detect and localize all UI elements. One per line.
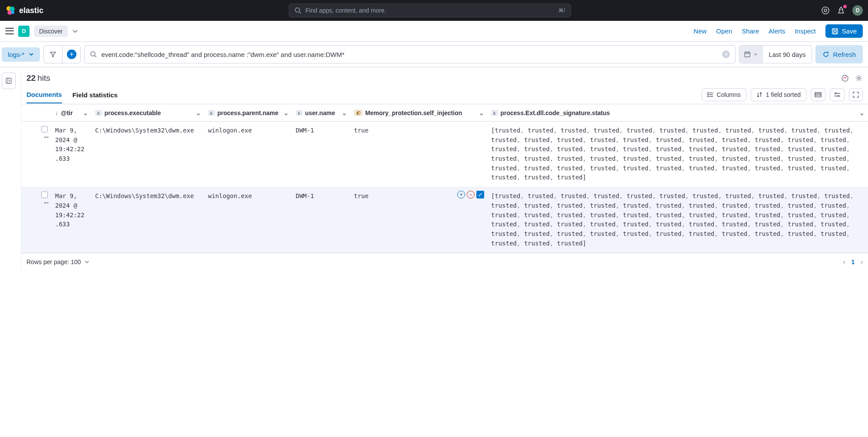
- alerts-link[interactable]: Alerts: [769, 27, 785, 35]
- hits-summary: 22 hits: [21, 67, 868, 86]
- app-name[interactable]: Discover: [34, 26, 68, 37]
- index-pattern-selector[interactable]: logs-*: [2, 47, 40, 62]
- columns-button[interactable]: Columns: [702, 88, 746, 101]
- svg-rect-16: [6, 78, 11, 83]
- app-header: D Discover New Open Share Alerts Inspect…: [0, 21, 868, 42]
- tab-documents[interactable]: Documents: [26, 86, 62, 103]
- columns-label: Columns: [717, 91, 741, 98]
- svg-point-6: [822, 7, 829, 14]
- svg-point-18: [842, 75, 848, 81]
- svg-point-10: [91, 52, 95, 56]
- col-user[interactable]: k user.name ⌄: [292, 109, 350, 116]
- display-options-button[interactable]: [830, 88, 845, 101]
- field-type-badge: k: [296, 110, 303, 116]
- inspect-link[interactable]: Inspect: [795, 27, 815, 35]
- new-link[interactable]: New: [693, 27, 706, 35]
- filter-out-icon[interactable]: −: [467, 191, 475, 199]
- cell-memory: true + − ⤢: [350, 187, 488, 252]
- row-checkbox[interactable]: [37, 122, 52, 187]
- col-user-label: user.name: [305, 109, 335, 116]
- elastic-logo[interactable]: elastic: [5, 5, 43, 16]
- rows-pp-label: Rows per page: 100: [26, 258, 81, 265]
- chevron-down-icon[interactable]: ⌄: [342, 109, 347, 116]
- chevron-down-icon[interactable]: ⌄: [83, 109, 88, 116]
- page-prev[interactable]: ‹: [843, 258, 845, 265]
- query-input-wrap: ✕: [84, 45, 736, 63]
- chevron-down-icon[interactable]: ⌄: [859, 109, 865, 116]
- chevron-down-icon[interactable]: ⌄: [284, 109, 289, 116]
- help-icon[interactable]: [821, 6, 830, 15]
- field-type-badge: ◐: [354, 109, 363, 116]
- fullscreen-button[interactable]: [849, 88, 863, 101]
- cell-signature: [trusted, trusted, trusted, trusted, tru…: [488, 122, 868, 187]
- query-bar: logs-* + ✕ Last 90 days Refresh: [0, 42, 868, 67]
- list-icon: [707, 92, 713, 98]
- expand-row-icon[interactable]: ⤢: [21, 122, 37, 187]
- col-signature[interactable]: k process.Ext.dll.code_signature.status …: [488, 109, 868, 116]
- hits-label: hits: [37, 73, 50, 83]
- user-avatar[interactable]: D: [852, 5, 863, 16]
- filter-for-icon[interactable]: +: [457, 191, 465, 199]
- svg-point-25: [707, 96, 708, 97]
- svg-rect-9: [834, 32, 836, 34]
- svg-point-7: [824, 9, 827, 12]
- chevron-down-icon[interactable]: ⌄: [479, 109, 484, 116]
- col-memory[interactable]: ◐ Memory_protection.self_injection ⌄: [350, 109, 488, 116]
- filter-icon: [50, 51, 56, 58]
- sidebar-toggle[interactable]: [2, 73, 16, 89]
- date-picker[interactable]: Last 90 days: [739, 45, 812, 63]
- cell-hover-actions: + − ⤢: [457, 191, 484, 199]
- calendar-icon: [744, 51, 751, 58]
- col-executable[interactable]: k process.executable ⌄: [92, 109, 205, 116]
- svg-line-5: [299, 12, 301, 13]
- tab-field-statistics[interactable]: Field statistics: [73, 87, 118, 103]
- open-link[interactable]: Open: [716, 27, 732, 35]
- chevron-down-icon: [29, 52, 34, 57]
- rows-per-page[interactable]: Rows per page: 100: [26, 258, 89, 265]
- space-avatar[interactable]: D: [18, 26, 30, 37]
- table-header: ↓ @tir ⌄ k process.executable ⌄ k proces…: [21, 104, 868, 122]
- filter-controls: +: [43, 45, 81, 63]
- content-area: 22 hits Documents Field statistics Colum…: [0, 67, 868, 270]
- col-timestamp[interactable]: ↓ @tir ⌄: [52, 109, 92, 116]
- settings-icon[interactable]: [855, 74, 863, 82]
- chart-toggle-icon[interactable]: [841, 74, 849, 82]
- refresh-button[interactable]: Refresh: [815, 45, 863, 63]
- table-body: ⤢ Mar 9,2024 @19:42:22.633 C:\Windows\Sy…: [21, 122, 868, 253]
- add-filter-button[interactable]: +: [62, 46, 80, 63]
- cell-user: DWM-1: [292, 122, 350, 187]
- nav-toggle-icon[interactable]: [5, 27, 14, 36]
- table-row[interactable]: ⤢ Mar 9,2024 @19:42:22.633 C:\Windows\Sy…: [21, 122, 868, 187]
- search-icon: [90, 51, 97, 58]
- cell-timestamp: Mar 9,2024 @19:42:22.633: [52, 122, 92, 187]
- cell-expand-icon[interactable]: ⤢: [476, 191, 484, 199]
- cell-signature: [trusted, trusted, trusted, trusted, tru…: [488, 187, 868, 252]
- sliders-icon: [834, 92, 841, 97]
- expand-row-icon[interactable]: ⤢: [21, 187, 37, 252]
- col-sig-label: process.Ext.dll.code_signature.status: [501, 109, 610, 116]
- panel-expand-icon: [5, 77, 12, 84]
- clear-query-icon[interactable]: ✕: [722, 50, 730, 58]
- save-label: Save: [842, 27, 857, 35]
- svg-point-23: [707, 93, 708, 93]
- sort-icon: [756, 92, 762, 98]
- newsfeed-icon[interactable]: [837, 6, 845, 15]
- cell-executable: C:\Windows\System32\dwm.exe: [92, 187, 205, 252]
- sort-button[interactable]: 1 field sorted: [751, 88, 806, 101]
- date-range-label[interactable]: Last 90 days: [762, 46, 812, 63]
- page-next[interactable]: ›: [861, 258, 863, 265]
- date-picker-quick[interactable]: [739, 46, 762, 63]
- density-button[interactable]: [811, 88, 825, 101]
- row-checkbox[interactable]: [37, 187, 52, 252]
- share-link[interactable]: Share: [742, 27, 759, 35]
- chevron-down-icon[interactable]: ⌄: [196, 109, 201, 116]
- table-row[interactable]: ⤢ Mar 9,2024 @19:42:22.633 C:\Windows\Sy…: [21, 187, 868, 253]
- global-search-input[interactable]: Find apps, content, and more. ⌘/: [289, 3, 571, 17]
- filter-button[interactable]: [44, 46, 62, 63]
- kql-query-input[interactable]: [101, 51, 718, 58]
- page-current[interactable]: 1: [851, 258, 855, 265]
- col-parent[interactable]: k process.parent.name ⌄: [205, 109, 292, 116]
- chevron-down-icon[interactable]: [72, 28, 78, 34]
- save-button[interactable]: Save: [825, 24, 863, 38]
- search-icon: [294, 7, 301, 14]
